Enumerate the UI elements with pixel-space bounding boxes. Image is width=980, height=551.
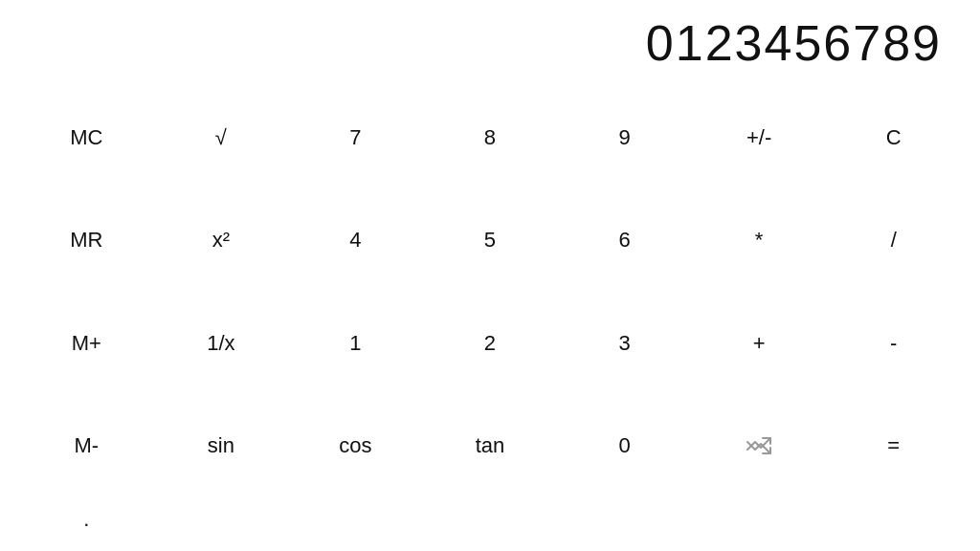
mc-button[interactable]: MC (19, 86, 154, 189)
decimal-button[interactable]: . (19, 497, 154, 541)
display-area: 0123456789 (0, 0, 980, 86)
zero-button[interactable]: 0 (557, 395, 692, 498)
four-button[interactable]: 4 (288, 189, 423, 293)
cos-button[interactable]: cos (288, 395, 423, 498)
equals-button[interactable]: = (826, 395, 961, 498)
sin-button[interactable]: sin (154, 395, 289, 498)
plusminus-button[interactable]: +/- (692, 86, 827, 189)
square-button[interactable]: x² (154, 189, 289, 293)
clear-button[interactable]: C (826, 86, 961, 189)
mplus-button[interactable]: M+ (19, 292, 154, 395)
shuffle-button[interactable] (692, 395, 827, 498)
mminus-button[interactable]: M- (19, 395, 154, 498)
six-button[interactable]: 6 (557, 189, 692, 293)
buttons-grid: MC √ 7 8 9 +/- C MR x² 4 5 6 * / M+ 1/x … (0, 86, 980, 551)
multiply-button[interactable]: * (692, 189, 827, 293)
nine-button[interactable]: 9 (557, 86, 692, 189)
eight-button[interactable]: 8 (423, 86, 558, 189)
mr-button[interactable]: MR (19, 189, 154, 293)
three-button[interactable]: 3 (557, 292, 692, 395)
divide-button[interactable]: / (826, 189, 961, 293)
sqrt-button[interactable]: √ (154, 86, 289, 189)
one-button[interactable]: 1 (288, 292, 423, 395)
shuffle-icon (746, 436, 772, 455)
two-button[interactable]: 2 (423, 292, 558, 395)
add-button[interactable]: + (692, 292, 827, 395)
five-button[interactable]: 5 (423, 189, 558, 293)
display-value: 0123456789 (646, 14, 942, 72)
subtract-button[interactable]: - (826, 292, 961, 395)
reciprocal-button[interactable]: 1/x (154, 292, 289, 395)
seven-button[interactable]: 7 (288, 86, 423, 189)
tan-button[interactable]: tan (423, 395, 558, 498)
